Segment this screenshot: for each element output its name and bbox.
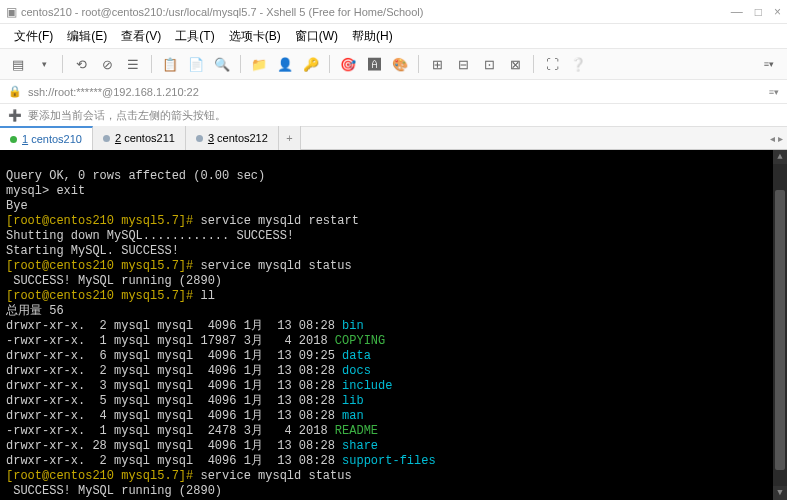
hint-text: 要添加当前会话，点击左侧的箭头按钮。 (28, 108, 226, 123)
scroll-down-arrow[interactable]: ▼ (773, 486, 787, 500)
menu-help[interactable]: 帮助(H) (346, 26, 399, 47)
menu-file[interactable]: 文件(F) (8, 26, 59, 47)
disconnect-icon[interactable]: ⊘ (97, 54, 117, 74)
terminal-output[interactable]: Query OK, 0 rows affected (0.00 sec)mysq… (0, 150, 787, 500)
menu-bar: 文件(F) 编辑(E) 查看(V) 工具(T) 选项卡(B) 窗口(W) 帮助(… (0, 24, 787, 48)
status-dot-icon (196, 135, 203, 142)
tab-label: 2 centos211 (115, 132, 175, 144)
scroll-up-arrow[interactable]: ▲ (773, 150, 787, 164)
reconnect-icon[interactable]: ⟲ (71, 54, 91, 74)
add-session-icon[interactable]: ➕ (8, 109, 22, 122)
find-icon[interactable]: 🔍 (212, 54, 232, 74)
menu-view[interactable]: 查看(V) (115, 26, 167, 47)
target-icon[interactable]: 🎯 (338, 54, 358, 74)
properties-icon[interactable]: ☰ (123, 54, 143, 74)
grid1-icon[interactable]: ⊞ (427, 54, 447, 74)
tab-centos212[interactable]: 3 centos212 (186, 126, 279, 150)
status-dot-icon (10, 136, 17, 143)
grid2-icon[interactable]: ⊟ (453, 54, 473, 74)
menu-window[interactable]: 窗口(W) (289, 26, 344, 47)
user-icon[interactable]: 👤 (275, 54, 295, 74)
menu-edit[interactable]: 编辑(E) (61, 26, 113, 47)
tab-label: 1 centos210 (22, 133, 82, 145)
grid3-icon[interactable]: ⊡ (479, 54, 499, 74)
title-bar: ▣ centos210 - root@centos210:/usr/local/… (0, 0, 787, 24)
toolbar-menu-icon[interactable]: ≡▾ (759, 54, 779, 74)
toolbar: ▤ ▾ ⟲ ⊘ ☰ 📋 📄 🔍 📁 👤 🔑 🎯 🅰 🎨 ⊞ ⊟ ⊡ ⊠ ⛶ ❔ … (0, 48, 787, 80)
tab-centos210[interactable]: 1 centos210 (0, 126, 93, 150)
dropdown-icon[interactable]: ▾ (34, 54, 54, 74)
folder-icon[interactable]: 📁 (249, 54, 269, 74)
window-title: centos210 - root@centos210:/usr/local/my… (21, 6, 731, 18)
terminal-scrollbar[interactable]: ▲ ▼ (773, 150, 787, 500)
lock-icon: 🔒 (8, 85, 22, 98)
new-session-icon[interactable]: ▤ (8, 54, 28, 74)
menu-tools[interactable]: 工具(T) (169, 26, 220, 47)
menu-tabs[interactable]: 选项卡(B) (223, 26, 287, 47)
add-tab-button[interactable]: + (279, 126, 301, 150)
tab-scroll-arrows[interactable]: ◂ ▸ (766, 133, 787, 144)
maximize-button[interactable]: □ (755, 5, 762, 19)
paste-icon[interactable]: 📄 (186, 54, 206, 74)
tab-label: 3 centos212 (208, 132, 268, 144)
address-text[interactable]: ssh://root:******@192.168.1.210:22 (28, 86, 763, 98)
address-bar: 🔒 ssh://root:******@192.168.1.210:22 ≡▾ (0, 80, 787, 104)
app-icon: ▣ (6, 5, 17, 19)
address-menu-icon[interactable]: ≡▾ (769, 87, 779, 97)
fullscreen-icon[interactable]: ⛶ (542, 54, 562, 74)
status-dot-icon (103, 135, 110, 142)
scroll-thumb[interactable] (775, 190, 785, 470)
minimize-button[interactable]: — (731, 5, 743, 19)
close-button[interactable]: × (774, 5, 781, 19)
key-icon[interactable]: 🔑 (301, 54, 321, 74)
grid4-icon[interactable]: ⊠ (505, 54, 525, 74)
hint-bar: ➕ 要添加当前会话，点击左侧的箭头按钮。 (0, 104, 787, 126)
tab-bar: 1 centos2102 centos2113 centos212 + ◂ ▸ (0, 126, 787, 150)
palette-icon[interactable]: 🎨 (390, 54, 410, 74)
help-icon[interactable]: ❔ (568, 54, 588, 74)
copy-icon[interactable]: 📋 (160, 54, 180, 74)
tab-centos211[interactable]: 2 centos211 (93, 126, 186, 150)
font-icon[interactable]: 🅰 (364, 54, 384, 74)
